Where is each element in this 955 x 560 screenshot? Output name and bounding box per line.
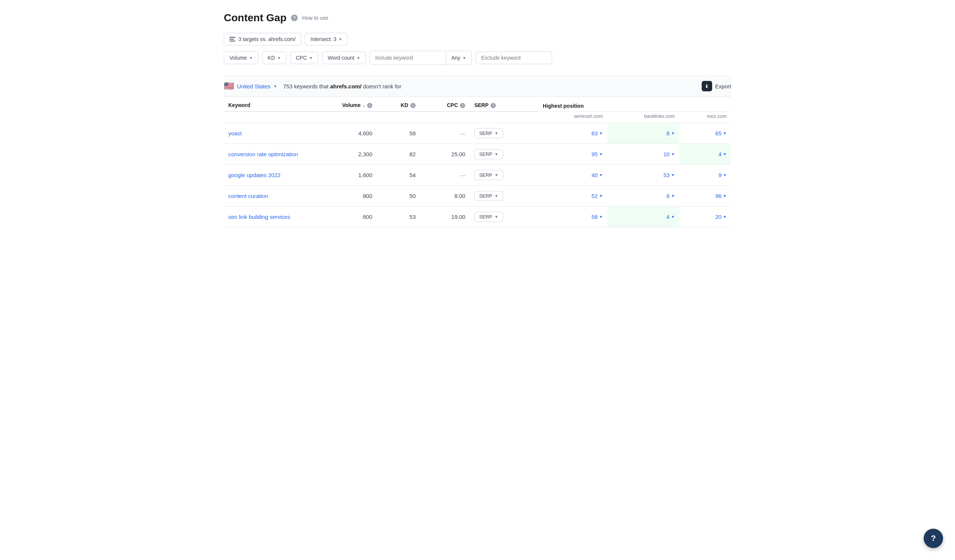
include-keyword-mode-label: Any — [451, 55, 460, 61]
position-value[interactable]: 9▼ — [684, 172, 727, 178]
cpc-cell: 25.00 — [420, 144, 470, 164]
filter-icon — [229, 37, 235, 41]
position-value[interactable]: 8▼ — [612, 130, 675, 136]
info-bar-left: 🇺🇸 United States ▼ 753 keywords that ahr… — [224, 81, 401, 91]
info-bar: 🇺🇸 United States ▼ 753 keywords that ahr… — [224, 75, 731, 97]
cpc-label: CPC — [296, 55, 307, 61]
targets-filter-button[interactable]: 3 targets vs. ahrefs.com/ — [224, 33, 301, 45]
serp-button[interactable]: SERP▼ — [474, 170, 503, 180]
country-selector[interactable]: 🇺🇸 United States ▼ — [224, 81, 277, 91]
th-serp: SERP i — [470, 97, 538, 111]
exclude-keyword-input[interactable] — [476, 51, 552, 64]
position-value[interactable]: 4▼ — [612, 214, 675, 220]
intersect-dropdown[interactable]: Intersect: 3 ▼ — [305, 33, 348, 45]
include-keyword-mode-dropdown[interactable]: Any ▼ — [446, 52, 471, 64]
intersect-label: Intersect: 3 — [310, 36, 336, 42]
position-value[interactable]: 4▼ — [684, 151, 727, 158]
position-value[interactable]: 10▼ — [612, 151, 675, 158]
position-caret-icon: ▼ — [671, 173, 675, 177]
table-row: yoast4,60058—SERP▼63▼8▼65▼ — [224, 123, 731, 144]
cpc-filter-button[interactable]: CPC ▼ — [290, 51, 318, 64]
serp-button[interactable]: SERP▼ — [474, 191, 503, 201]
position-cell-1: 4▼ — [607, 206, 679, 227]
position-caret-icon: ▼ — [599, 173, 603, 177]
cpc-cell: 19.00 — [420, 206, 470, 227]
kd-cell: 58 — [377, 123, 420, 144]
volume-info-icon: i — [367, 103, 372, 108]
position-cell-2: 4▼ — [679, 144, 731, 164]
th-volume: Volume ↓ i — [306, 97, 377, 111]
how-to-use-link[interactable]: How to use — [302, 15, 328, 21]
kd-label: KD — [268, 55, 275, 61]
volume-label: Volume — [229, 55, 247, 61]
kd-filter-button[interactable]: KD ▼ — [262, 51, 286, 64]
th-highest-position: Highest position — [538, 97, 731, 111]
export-icon: ⬇ — [702, 81, 712, 91]
position-caret-icon: ▼ — [723, 131, 727, 135]
position-caret-icon: ▼ — [723, 152, 727, 156]
keyword-link[interactable]: conversion rate optimization — [228, 151, 298, 158]
include-keyword-input[interactable] — [370, 52, 446, 64]
country-flag-icon: 🇺🇸 — [224, 81, 234, 91]
th-competitor-3: moz.com — [679, 111, 731, 123]
table-header-row: Keyword Volume ↓ i KD i CPC i — [224, 97, 731, 111]
position-cell-1: 53▼ — [607, 164, 679, 185]
serp-cell: SERP▼ — [470, 123, 538, 144]
table-container: Keyword Volume ↓ i KD i CPC i — [224, 97, 731, 228]
volume-filter-button[interactable]: Volume ▼ — [224, 51, 258, 64]
serp-caret-icon: ▼ — [495, 173, 498, 177]
position-cell-0: 58▼ — [538, 206, 607, 227]
position-value[interactable]: 58▼ — [543, 214, 603, 220]
position-caret-icon: ▼ — [599, 215, 603, 219]
position-value[interactable]: 20▼ — [684, 214, 727, 220]
volume-cell: 800 — [306, 185, 377, 206]
position-cell-2: 65▼ — [679, 123, 731, 144]
keyword-link[interactable]: yoast — [228, 130, 242, 136]
cpc-cell: 8.00 — [420, 185, 470, 206]
position-cell-2: 20▼ — [679, 206, 731, 227]
serp-caret-icon: ▼ — [495, 152, 498, 156]
keyword-link[interactable]: google updates 2022 — [228, 172, 280, 178]
serp-button[interactable]: SERP▼ — [474, 128, 503, 138]
position-cell-0: 63▼ — [538, 123, 607, 144]
volume-cell: 4,600 — [306, 123, 377, 144]
kd-cell: 54 — [377, 164, 420, 185]
keyword-link[interactable]: content curation — [228, 193, 268, 199]
position-value[interactable]: 53▼ — [612, 172, 675, 178]
keyword-link[interactable]: seo link building services — [228, 214, 290, 220]
target-site: ahrefs.com/ — [330, 83, 362, 89]
cpc-info-icon: i — [460, 103, 465, 108]
position-caret-icon: ▼ — [671, 194, 675, 198]
position-value[interactable]: 96▼ — [684, 193, 727, 199]
position-cell-2: 9▼ — [679, 164, 731, 185]
volume-cell: 800 — [306, 206, 377, 227]
table-body: yoast4,60058—SERP▼63▼8▼65▼conversion rat… — [224, 123, 731, 227]
page-title: Content Gap — [224, 12, 286, 24]
serp-info-icon: i — [490, 103, 496, 108]
position-value[interactable]: 95▼ — [543, 151, 603, 158]
country-name: United States — [237, 83, 271, 89]
position-caret-icon: ▼ — [599, 131, 603, 135]
position-value[interactable]: 63▼ — [543, 130, 603, 136]
include-keyword-group: Any ▼ — [370, 51, 472, 65]
position-cell-2: 96▼ — [679, 185, 731, 206]
position-value[interactable]: 6▼ — [612, 193, 675, 199]
volume-caret-icon: ▼ — [249, 56, 253, 60]
kd-caret-icon: ▼ — [277, 56, 281, 60]
position-value[interactable]: 65▼ — [684, 130, 727, 136]
intersect-caret-icon: ▼ — [339, 37, 343, 41]
keyword-count: 753 — [283, 83, 293, 89]
serp-cell: SERP▼ — [470, 164, 538, 185]
word-count-caret-icon: ▼ — [357, 56, 360, 60]
serp-button[interactable]: SERP▼ — [474, 149, 503, 159]
include-mode-caret-icon: ▼ — [463, 56, 466, 60]
position-value[interactable]: 52▼ — [543, 193, 603, 199]
position-cell-0: 52▼ — [538, 185, 607, 206]
word-count-filter-button[interactable]: Word count ▼ — [322, 51, 366, 64]
volume-cell: 2,300 — [306, 144, 377, 164]
serp-button[interactable]: SERP▼ — [474, 212, 503, 222]
help-icon: ? — [291, 14, 298, 21]
country-caret-icon: ▼ — [274, 84, 277, 88]
export-button[interactable]: ⬇ Export — [702, 81, 731, 91]
position-value[interactable]: 40▼ — [543, 172, 603, 178]
